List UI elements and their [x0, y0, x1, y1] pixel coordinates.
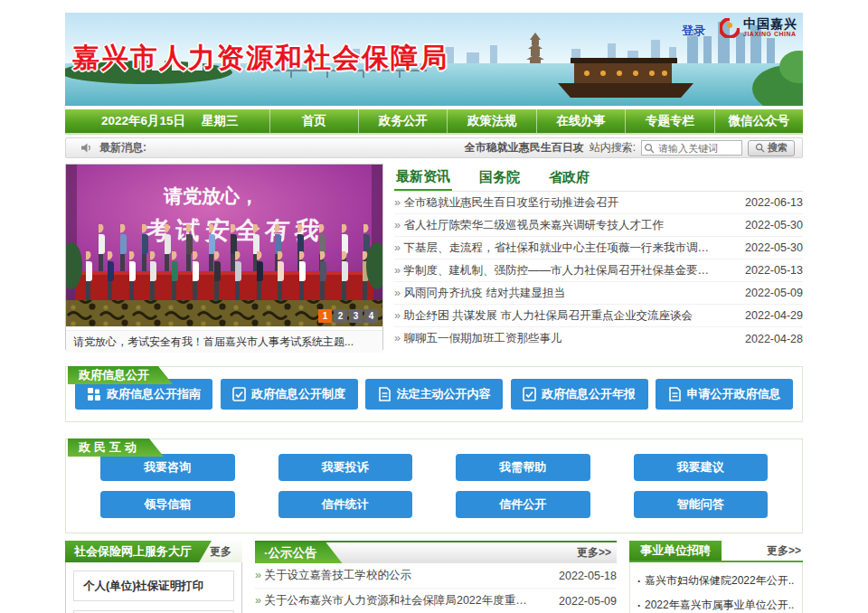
news-tabs: 最新资讯 国务院 省政府 [394, 164, 803, 192]
need-help-button[interactable]: 我需帮助 [456, 454, 590, 481]
smart-qa-button[interactable]: 智能问答 [634, 491, 769, 518]
carousel-page-2[interactable]: 2 [334, 309, 347, 323]
jiaxing-logo-icon [720, 18, 740, 38]
news-row: 下基层、走流程，省社保和就业中心主任项薇一行来我市调研“国统”上线情况 2022… [394, 237, 803, 259]
gov-button-label: 申请公开政府信息 [687, 386, 781, 402]
carousel-page-3[interactable]: 3 [349, 309, 363, 323]
news-ticker-bar: 最新消息: 全市稳就业惠民生百日攻 站内搜索: 搜索 [65, 137, 803, 158]
news-date: 2022-05-30 [738, 219, 803, 231]
doc-check-icon [232, 387, 246, 401]
tab-provincial-gov[interactable]: 省政府 [547, 164, 591, 191]
ss-item-certificate-print[interactable]: 个人(单位)社保证明打印 [73, 571, 234, 601]
news-panel: 最新资讯 国务院 省政府 全市稳就业惠民生百日攻坚行动推进会召开 2022-06… [383, 164, 803, 350]
suggestion-button[interactable]: 我要建议 [634, 454, 769, 481]
news-row: 聊聊五一假期加班工资那些事儿 2022-04-28 [394, 327, 803, 350]
notice-link[interactable]: 关于公布嘉兴市人力资源和社会保障局2022年度重大行政决策事... [255, 593, 535, 608]
news-row: 助企纾困 共谋发展 市人力社保局召开重点企业交流座谈会 2022-04-29 [394, 305, 803, 327]
notice-row: 关于公布嘉兴市人力资源和社会保障局2022年度重大行政决策事... 2022-0… [255, 589, 617, 613]
book-icon [378, 387, 392, 401]
tab-state-council[interactable]: 国务院 [477, 164, 522, 191]
gov-info-annual-report-button[interactable]: 政府信息公开年报 [511, 379, 648, 410]
notices-more-link[interactable]: 更多>> [577, 542, 617, 563]
news-link[interactable]: 下基层、走流程，省社保和就业中心主任项薇一行来我市调研“国统”上线情况 [394, 240, 711, 256]
carousel-page-1[interactable]: 1 [318, 309, 332, 323]
gov-info-statutory-button[interactable]: 法定主动公开内容 [365, 379, 503, 410]
news-link[interactable]: 风雨同舟齐抗疫 结对共建显担当 [394, 286, 565, 301]
news-date: 2022-04-29 [738, 309, 803, 322]
logo-text-cn: 中国嘉兴 [743, 17, 797, 31]
news-link[interactable]: 助企纾困 共谋发展 市人力社保局召开重点企业交流座谈会 [394, 308, 693, 324]
weekday-text: 星期三 [202, 113, 239, 129]
date-text: 2022年6月15日 [101, 113, 185, 129]
carousel-photo: 请党放心， 考试安全有我 [66, 165, 382, 326]
carousel-page-4[interactable]: 4 [364, 309, 378, 323]
social-security-more-link[interactable]: 更多 [199, 541, 242, 562]
gov-button-label: 政府信息公开年报 [542, 386, 636, 402]
site-search-label: 站内搜索: [590, 140, 636, 156]
speaker-icon [80, 142, 92, 154]
search-button[interactable]: 搜索 [748, 140, 795, 156]
interaction-box: 我要咨询 我要投诉 我需帮助 我要建议 领导信箱 信件统计 信件公开 智能问答 [65, 439, 803, 533]
interaction-section: 政民互动 我要咨询 我要投诉 我需帮助 我要建议 领导信箱 信件统计 信件公开 … [65, 439, 803, 533]
bottom-section: 社会保险网上服务大厅 更多 个人(单位)社保证明打印 办事指南 ·公示公告 更多… [65, 541, 803, 613]
news-date: 2022-05-09 [738, 287, 803, 299]
search-button-icon [755, 143, 765, 153]
tab-latest-news[interactable]: 最新资讯 [394, 164, 452, 191]
news-link[interactable]: 省人社厅陈荣华二级巡视员来嘉兴调研专技人才工作 [394, 218, 664, 233]
notices-header: ·公示公告 更多>> [255, 541, 617, 563]
gov-info-request-button[interactable]: 申请公开政府信息 [656, 379, 793, 410]
recruitment-link[interactable]: 2022年嘉兴市属事业单位公开... [637, 593, 795, 613]
social-security-box: 个人(单位)社保证明打印 办事指南 [65, 562, 242, 613]
recruitment-box: 嘉兴市妇幼保健院2022年公开... 2022年嘉兴市属事业单位公开... 20… [629, 562, 803, 613]
date-display: 2022年6月15日 星期三 [65, 109, 269, 133]
grid-icon [87, 387, 101, 401]
main-nav: 2022年6月15日 星期三 首页 政务公开 政策法规 在线办事 专题专栏 微信… [65, 109, 803, 135]
gov-info-box: 政府信息公开指南 政府信息公开制度 法定主动公开内容 [65, 366, 803, 422]
carousel-caption[interactable]: 请党放心，考试安全有我！首届嘉兴市人事考试系统主题... [66, 330, 382, 353]
page-container: 嘉兴市人力资源和社会保障局 登录 中国嘉兴 JIAXING CHINA 2022… [65, 0, 803, 613]
news-link[interactable]: 全市稳就业惠民生百日攻坚行动推进会召开 [394, 195, 618, 211]
recruitment-link[interactable]: 嘉兴市妇幼保健院2022年公开... [637, 569, 795, 593]
complaint-button[interactable]: 我要投诉 [278, 454, 413, 481]
letter-disclosure-button[interactable]: 信件公开 [456, 491, 590, 518]
notices-column: ·公示公告 更多>> 关于设立嘉善技工学校的公示 2022-05-18 关于公布… [255, 541, 617, 613]
header-banner: 嘉兴市人力资源和社会保障局 登录 中国嘉兴 JIAXING CHINA [65, 13, 803, 106]
notice-link[interactable]: 关于设立嘉善技工学校的公示 [255, 568, 411, 583]
gov-info-section-title: 政府信息公开 [68, 366, 173, 384]
nav-item-special-topics[interactable]: 专题专栏 [625, 109, 713, 133]
social-security-column: 社会保险网上服务大厅 更多 个人(单位)社保证明打印 办事指南 [65, 541, 242, 613]
login-link[interactable]: 登录 [682, 23, 705, 39]
carousel-pager: 1 2 3 4 [318, 309, 378, 323]
photo-carousel[interactable]: 请党放心， 考试安全有我 [65, 164, 383, 350]
photo-stage-table [75, 271, 373, 302]
interaction-section-title: 政民互动 [68, 439, 164, 457]
search-input[interactable] [641, 140, 742, 156]
social-security-header: 社会保险网上服务大厅 更多 [65, 541, 242, 562]
nav-item-policies[interactable]: 政策法规 [447, 109, 535, 133]
nav-item-home[interactable]: 首页 [269, 109, 358, 133]
recruitment-column: 事业单位招聘 更多>> 嘉兴市妇幼保健院2022年公开... 2022年嘉兴市属… [629, 541, 803, 613]
book-icon [668, 387, 682, 401]
gov-info-section: 政府信息公开 政府信息公开指南 政府信息公开制度 [65, 366, 803, 422]
consult-button[interactable]: 我要咨询 [100, 454, 235, 481]
nav-item-wechat[interactable]: 微信公众号 [714, 109, 803, 133]
campaign-text: 全市稳就业惠民生百日攻 [465, 140, 584, 156]
news-date: 2022-05-13 [738, 264, 803, 277]
logo-text-en: JIAXING CHINA [743, 31, 797, 38]
gov-button-label: 政府信息公开制度 [251, 386, 345, 402]
nav-item-online-services[interactable]: 在线办事 [536, 109, 625, 133]
gov-info-system-button[interactable]: 政府信息公开制度 [221, 379, 358, 410]
photo-slogan-line1: 请党放心， [163, 185, 259, 206]
leader-mailbox-button[interactable]: 领导信箱 [100, 491, 235, 518]
news-date: 2022-04-28 [738, 333, 803, 345]
nav-item-gov-affairs[interactable]: 政务公开 [358, 109, 447, 133]
notice-row: 关于设立嘉善技工学校的公示 2022-05-18 [255, 563, 617, 589]
recruitment-header: 事业单位招聘 更多>> [629, 541, 803, 562]
letter-stats-button[interactable]: 信件统计 [278, 491, 413, 518]
notices-title: ·公示公告 [255, 542, 343, 563]
news-link[interactable]: 学制度、建机制、强防控——市人力社保局召开社保基金要情专题学习会 [394, 263, 711, 278]
recruitment-more-link[interactable]: 更多>> [767, 541, 803, 561]
news-row: 学制度、建机制、强防控——市人力社保局召开社保基金要情专题学习会 2022-05… [394, 259, 803, 282]
news-link[interactable]: 聊聊五一假期加班工资那些事儿 [394, 331, 561, 346]
news-date: 2022-06-13 [738, 196, 803, 209]
